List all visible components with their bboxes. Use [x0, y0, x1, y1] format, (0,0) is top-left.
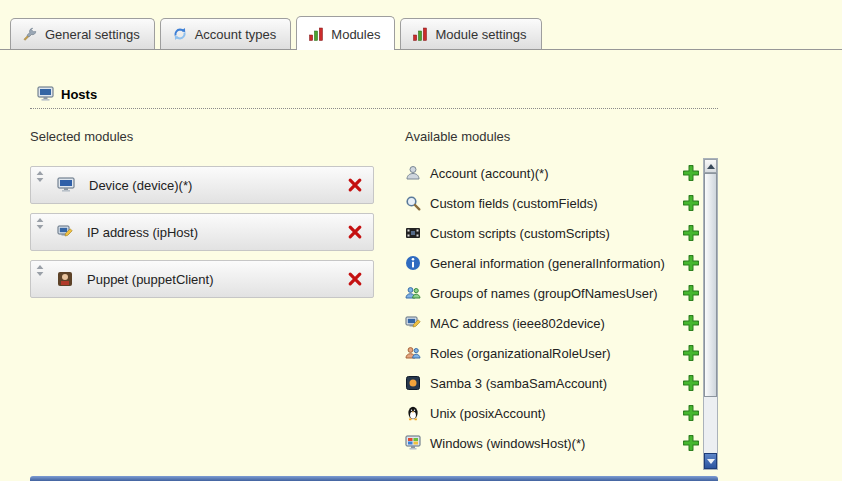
available-module-row-customscripts: Custom scripts (customScripts)	[405, 218, 699, 248]
available-module-row-groupofnames: Groups of names (groupOfNamesUser)	[405, 278, 699, 308]
tab-label: Module settings	[435, 27, 526, 42]
green-plus-icon	[683, 435, 699, 451]
available-module-label: Groups of names (groupOfNamesUser)	[430, 286, 668, 301]
red-x-icon	[347, 271, 363, 287]
available-module-label: Samba 3 (sambaSamAccount)	[430, 376, 668, 391]
arrow-down-icon	[707, 459, 715, 464]
green-plus-icon	[683, 255, 699, 271]
selected-module-row-iphost[interactable]: IP address (ipHost)	[30, 213, 374, 251]
remove-module-button[interactable]	[347, 177, 363, 193]
arrow-up-icon	[707, 164, 715, 169]
add-module-button[interactable]	[683, 315, 699, 331]
windows-icon	[405, 435, 421, 451]
selected-module-row-puppet[interactable]: Puppet (puppetClient)	[30, 260, 374, 298]
add-module-button[interactable]	[683, 345, 699, 361]
available-module-row-windows: Windows (windowsHost)(*)	[405, 428, 699, 458]
penguin-icon	[405, 405, 421, 421]
bottom-panel-edge	[30, 476, 718, 481]
green-plus-icon	[683, 315, 699, 331]
scroll-down-button[interactable]	[704, 453, 717, 469]
red-x-icon	[347, 224, 363, 240]
add-module-button[interactable]	[683, 405, 699, 421]
module-configuration-page: General settings Account types Modules	[0, 0, 842, 481]
green-plus-icon	[683, 225, 699, 241]
add-module-button[interactable]	[683, 195, 699, 211]
add-module-button[interactable]	[683, 225, 699, 241]
network-edit-icon	[405, 315, 421, 331]
puppet-icon	[57, 271, 73, 287]
green-plus-icon	[683, 405, 699, 421]
drag-handle-icon[interactable]	[36, 265, 44, 276]
add-module-button[interactable]	[683, 285, 699, 301]
group-icon	[405, 285, 421, 301]
drag-handle-icon[interactable]	[36, 218, 44, 229]
selected-modules-column: Selected modules Device (device)(*)	[30, 129, 405, 470]
tab-modules[interactable]: Modules	[296, 16, 395, 49]
available-module-label: General information (generalInformation)	[430, 256, 668, 271]
tab-label: General settings	[45, 27, 140, 42]
section-title: Hosts	[61, 87, 97, 102]
computer-icon	[37, 86, 54, 102]
bar-chart-icon	[308, 26, 324, 42]
scroll-up-button[interactable]	[704, 159, 717, 173]
available-module-row-roles: Roles (organizationalRoleUser)	[405, 338, 699, 368]
available-module-row-generalinformation: General information (generalInformation)	[405, 248, 699, 278]
sync-icon	[172, 26, 188, 42]
magnifier-icon	[405, 195, 421, 211]
remove-module-button[interactable]	[347, 271, 363, 287]
tab-label: Modules	[331, 27, 380, 42]
available-module-label: Windows (windowsHost)(*)	[430, 436, 668, 451]
group-icon	[405, 345, 421, 361]
selected-module-row-device[interactable]: Device (device)(*)	[30, 166, 374, 204]
selected-module-label: IP address (ipHost)	[87, 225, 347, 240]
selected-modules-heading: Selected modules	[30, 129, 405, 144]
green-plus-icon	[683, 165, 699, 181]
green-plus-icon	[683, 345, 699, 361]
tab-account-types[interactable]: Account types	[160, 18, 292, 49]
green-plus-icon	[683, 375, 699, 391]
available-modules-scrollbar[interactable]	[703, 158, 718, 470]
available-module-row-customfields: Custom fields (customFields)	[405, 188, 699, 218]
tab-label: Account types	[195, 27, 277, 42]
monitor-icon	[57, 177, 75, 193]
user-icon	[405, 165, 421, 181]
info-icon	[405, 255, 421, 271]
available-modules-column: Available modules Account (account)(*)	[405, 129, 718, 470]
green-plus-icon	[683, 285, 699, 301]
add-module-button[interactable]	[683, 165, 699, 181]
tab-general-settings[interactable]: General settings	[10, 18, 155, 49]
available-module-row-macaddress: MAC address (ieee802device)	[405, 308, 699, 338]
network-edit-icon	[57, 224, 73, 240]
available-modules-heading: Available modules	[405, 129, 718, 144]
script-icon	[405, 225, 421, 241]
tab-bar: General settings Account types Modules	[0, 0, 842, 50]
available-module-label: Roles (organizationalRoleUser)	[430, 346, 668, 361]
green-plus-icon	[683, 195, 699, 211]
available-module-label: Unix (posixAccount)	[430, 406, 668, 421]
red-x-icon	[347, 177, 363, 193]
available-module-label: Account (account)(*)	[430, 166, 668, 181]
bar-chart-icon	[412, 26, 428, 42]
add-module-button[interactable]	[683, 255, 699, 271]
selected-module-label: Puppet (puppetClient)	[87, 272, 347, 287]
available-module-label: MAC address (ieee802device)	[430, 316, 668, 331]
selected-module-label: Device (device)(*)	[89, 178, 347, 193]
tab-module-settings[interactable]: Module settings	[400, 18, 541, 49]
add-module-button[interactable]	[683, 435, 699, 451]
section-heading-hosts: Hosts	[30, 86, 718, 109]
available-module-label: Custom scripts (customScripts)	[430, 226, 668, 241]
remove-module-button[interactable]	[347, 224, 363, 240]
available-modules-list: Account (account)(*)	[405, 158, 718, 470]
available-module-label: Custom fields (customFields)	[430, 196, 668, 211]
samba-icon	[405, 375, 421, 391]
add-module-button[interactable]	[683, 375, 699, 391]
drag-handle-icon[interactable]	[36, 171, 44, 182]
tools-icon	[22, 26, 38, 42]
available-module-row-unix: Unix (posixAccount)	[405, 398, 699, 428]
scrollbar-thumb[interactable]	[704, 173, 717, 397]
available-module-row-samba3: Samba 3 (sambaSamAccount)	[405, 368, 699, 398]
available-module-row-account: Account (account)(*)	[405, 158, 699, 188]
